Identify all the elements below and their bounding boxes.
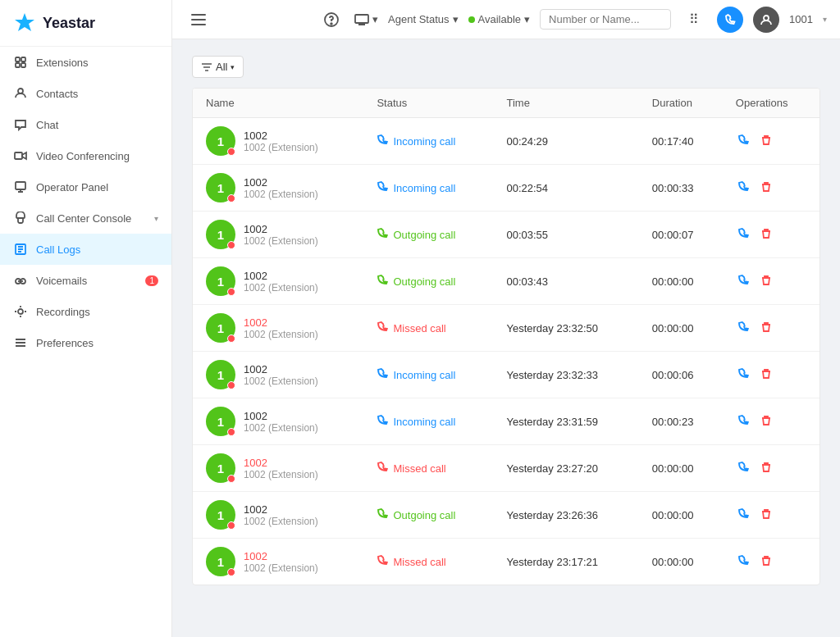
call-type-label: Outgoing call <box>393 509 455 521</box>
callback-button[interactable] <box>736 226 751 243</box>
voicemail-icon <box>13 273 28 288</box>
user-number[interactable]: 1001 <box>789 13 813 25</box>
caller-name: 1002 <box>244 363 318 375</box>
status-dot <box>227 288 235 296</box>
sidebar-item-recordings[interactable]: Recordings <box>0 296 171 327</box>
delete-button[interactable] <box>759 180 774 197</box>
callback-button[interactable] <box>736 507 751 524</box>
delete-button[interactable] <box>759 413 774 430</box>
svg-rect-17 <box>355 15 368 23</box>
delete-button[interactable] <box>759 553 774 571</box>
call-logs-table: Name Status Time Duration Operations 1 1… <box>192 88 820 585</box>
sidebar-item-voicemails[interactable]: Voicemails 1 <box>0 265 171 296</box>
callback-button[interactable] <box>736 413 751 430</box>
call-duration: 00:17:40 <box>639 118 723 165</box>
callback-button[interactable] <box>736 460 751 477</box>
call-button[interactable] <box>717 7 743 33</box>
sidebar-item-label: Voicemails <box>36 275 87 287</box>
call-time: Yesterday 23:27:20 <box>493 445 638 492</box>
sidebar-item-preferences[interactable]: Preferences <box>0 327 171 358</box>
caller-extension: 1002 (Extension) <box>244 516 318 527</box>
operations-cell <box>736 507 806 524</box>
dialpad-icon[interactable]: ⠿ <box>681 7 707 33</box>
callback-button[interactable] <box>736 273 751 290</box>
call-type-icon <box>377 462 388 475</box>
avatar-circle: 1 <box>206 173 235 202</box>
delete-button[interactable] <box>759 226 774 243</box>
svg-point-11 <box>18 309 23 314</box>
table-row: 1 1002 1002 (Extension) Incoming call 00… <box>193 118 819 165</box>
sidebar-item-call-center-console[interactable]: Call Center Console ▾ <box>0 202 171 234</box>
name-info: 1002 1002 (Extension) <box>244 410 318 434</box>
call-type-icon <box>377 181 388 195</box>
status-dot <box>227 428 235 436</box>
call-duration: 00:00:06 <box>639 352 723 398</box>
sidebar-item-video-conferencing[interactable]: Video Conferencing <box>0 140 171 171</box>
filter-all-button[interactable]: All ▾ <box>192 56 244 78</box>
sidebar-item-label: Operator Panel <box>36 181 108 193</box>
delete-button[interactable] <box>759 366 774 384</box>
callback-button[interactable] <box>736 553 751 571</box>
search-input[interactable] <box>540 9 671 30</box>
status-dot <box>227 381 235 389</box>
svg-rect-12 <box>191 14 206 16</box>
sidebar-item-label: Recordings <box>36 306 90 318</box>
available-status-button[interactable]: Available ▾ <box>468 13 531 25</box>
call-type-label: Incoming call <box>393 416 455 428</box>
status-cell: Incoming call <box>377 134 480 148</box>
caller-name: 1002 <box>244 457 318 469</box>
sidebar-item-label: Call Center Console <box>36 212 131 225</box>
operations-cell <box>736 180 806 197</box>
chevron-down-icon: ▾ <box>154 214 158 223</box>
recordings-icon <box>13 304 28 319</box>
status-cell: Outgoing call <box>377 228 480 242</box>
caller-extension: 1002 (Extension) <box>244 189 318 200</box>
name-cell: 1 1002 1002 (Extension) <box>206 500 350 530</box>
delete-button[interactable] <box>759 460 774 477</box>
call-type-icon <box>377 134 388 148</box>
sidebar-item-contacts[interactable]: Contacts <box>0 78 171 109</box>
call-type-label: Missed call <box>393 462 445 475</box>
call-type-icon <box>377 368 388 382</box>
sidebar-item-operator-panel[interactable]: Operator Panel <box>0 171 171 202</box>
delete-button[interactable] <box>759 133 774 150</box>
callback-button[interactable] <box>736 133 751 150</box>
caller-name: 1002 <box>244 270 318 282</box>
name-info: 1002 1002 (Extension) <box>244 363 318 387</box>
menu-toggle-button[interactable] <box>185 7 212 33</box>
sidebar-item-chat[interactable]: Chat <box>0 109 171 140</box>
help-icon[interactable] <box>318 7 345 33</box>
delete-button[interactable] <box>759 507 774 524</box>
callback-button[interactable] <box>736 320 751 337</box>
name-cell: 1 1002 1002 (Extension) <box>206 266 350 296</box>
call-duration: 00:00:00 <box>639 539 723 585</box>
monitor-button[interactable]: ▾ <box>354 13 378 25</box>
user-chevron[interactable]: ▾ <box>823 15 827 24</box>
call-time: Yesterday 23:26:36 <box>493 492 638 539</box>
sidebar-item-label: Call Logs <box>36 243 80 256</box>
status-cell: Missed call <box>377 321 480 335</box>
sidebar-item-call-logs[interactable]: Call Logs <box>0 234 171 265</box>
call-duration: 00:00:00 <box>639 305 723 352</box>
name-cell: 1 1002 1002 (Extension) <box>206 360 350 389</box>
callback-button[interactable] <box>736 366 751 384</box>
operations-cell <box>736 133 806 150</box>
operations-cell <box>736 413 806 430</box>
operator-icon <box>13 180 28 194</box>
status-cell: Missed call <box>377 462 480 475</box>
call-type-icon <box>377 508 388 522</box>
svg-marker-0 <box>15 13 34 31</box>
caller-name: 1002 <box>244 410 318 422</box>
delete-button[interactable] <box>759 320 774 337</box>
call-center-icon <box>13 211 28 225</box>
available-chevron: ▾ <box>524 13 530 25</box>
svg-rect-13 <box>191 19 206 20</box>
avatar[interactable] <box>753 7 779 33</box>
callback-button[interactable] <box>736 180 751 197</box>
status-dot <box>227 148 235 156</box>
agent-status-button[interactable]: Agent Status ▾ <box>388 13 458 25</box>
sidebar-item-extensions[interactable]: Extensions <box>0 47 171 78</box>
operations-cell <box>736 553 806 571</box>
delete-button[interactable] <box>759 273 774 290</box>
table-row: 1 1002 1002 (Extension) Outgoing call Ye… <box>193 492 819 539</box>
